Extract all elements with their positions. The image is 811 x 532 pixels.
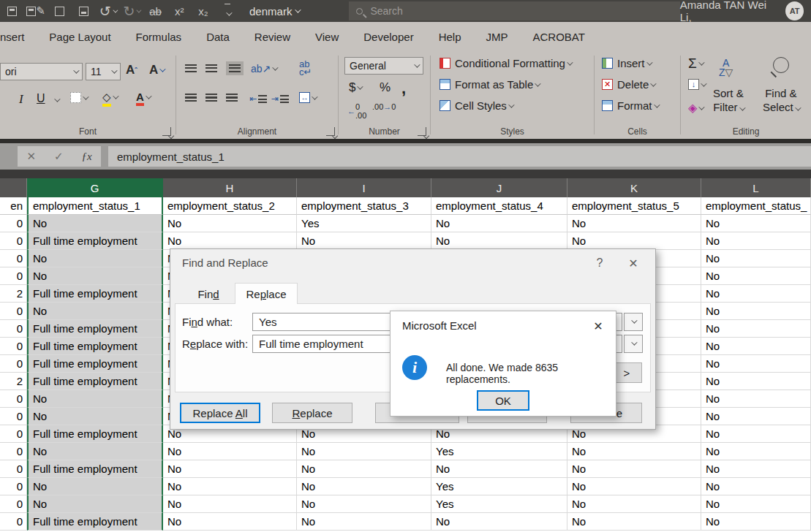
customize-qat-icon[interactable] xyxy=(215,0,239,22)
cell-styles-button[interactable]: Cell Styles xyxy=(440,99,513,112)
cell[interactable]: Full time employment xyxy=(27,355,163,373)
cell[interactable]: No xyxy=(27,215,163,232)
cell[interactable]: No xyxy=(701,215,811,232)
font-name-combo[interactable]: ori xyxy=(0,63,83,80)
ribbon-tab-nsert[interactable]: nsert xyxy=(0,22,37,51)
cell[interactable]: No xyxy=(701,338,811,355)
align-right-icon[interactable] xyxy=(226,94,238,102)
cell[interactable]: 0 xyxy=(0,320,27,338)
column-header-J[interactable]: J xyxy=(431,178,567,197)
cell[interactable]: No xyxy=(27,267,163,285)
cell[interactable]: No xyxy=(27,495,163,513)
message-box-close-icon[interactable]: ✕ xyxy=(589,317,607,335)
tab-replace[interactable]: Replace xyxy=(235,283,298,304)
cell[interactable]: No xyxy=(701,495,811,513)
cell[interactable]: No xyxy=(27,303,163,320)
cell[interactable]: 0 xyxy=(0,338,27,355)
center-icon[interactable] xyxy=(205,94,217,102)
fill-icon[interactable]: ↓ xyxy=(688,79,705,90)
ribbon-tab-acrobat[interactable]: ACROBAT xyxy=(520,22,597,51)
find-what-dropdown[interactable] xyxy=(624,313,643,331)
alignment-dialog-launcher[interactable] xyxy=(326,127,335,136)
find-select-button[interactable]: Find & Select xyxy=(763,86,799,114)
cell[interactable]: No xyxy=(701,355,811,373)
cell[interactable]: No xyxy=(163,513,297,531)
replace-all-button[interactable]: Replace All xyxy=(180,403,260,423)
ribbon-tab-data[interactable]: Data xyxy=(194,22,242,51)
insert-cells-button[interactable]: Insert xyxy=(602,57,651,69)
cell[interactable]: No xyxy=(163,232,297,250)
format-as-table-button[interactable]: Format as Table xyxy=(440,78,539,91)
sort-filter-button[interactable]: Sort & Filter xyxy=(713,86,744,114)
cell[interactable]: No xyxy=(701,513,811,531)
search-input[interactable]: Search xyxy=(349,1,679,20)
tab-find[interactable]: Find xyxy=(184,285,233,303)
italic-icon[interactable]: I xyxy=(19,92,23,107)
ribbon-tab-view[interactable]: View xyxy=(303,22,351,51)
cell[interactable]: No xyxy=(431,232,567,250)
font-color-icon[interactable]: A xyxy=(136,91,150,103)
cell[interactable]: No xyxy=(701,425,811,443)
cell[interactable]: No xyxy=(701,373,811,390)
increase-font-icon[interactable]: Aˆ xyxy=(126,63,137,77)
ribbon-tab-help[interactable]: Help xyxy=(426,22,474,51)
percent-icon[interactable]: % xyxy=(380,80,391,95)
cell[interactable]: employment_status_ xyxy=(701,197,811,215)
merge-center-icon[interactable]: ↔ xyxy=(299,92,316,103)
cell[interactable]: Full time employment xyxy=(27,373,163,390)
decrease-font-icon[interactable]: A xyxy=(149,63,164,77)
increase-decimal-icon[interactable]: ←0.00 xyxy=(347,102,366,120)
cell[interactable]: 0 xyxy=(0,513,27,531)
quick-print-icon[interactable] xyxy=(48,0,72,22)
cell[interactable]: employment_status_2 xyxy=(163,197,297,215)
cell[interactable]: No xyxy=(297,478,431,495)
cell[interactable]: No xyxy=(297,460,431,478)
cell[interactable]: No xyxy=(701,408,811,425)
borders-icon[interactable] xyxy=(70,92,87,103)
cell[interactable]: No xyxy=(163,478,297,495)
underline-dropdown-icon[interactable] xyxy=(54,96,60,102)
ribbon-tab-developer[interactable]: Developer xyxy=(351,22,426,51)
cell[interactable]: No xyxy=(567,443,701,460)
cell[interactable]: No xyxy=(27,250,163,267)
column-header-K[interactable]: K xyxy=(567,178,701,197)
cell[interactable]: Yes xyxy=(431,495,567,513)
cell[interactable]: 0 xyxy=(0,443,27,460)
cell[interactable]: No xyxy=(567,460,701,478)
cell[interactable]: No xyxy=(701,267,811,285)
replace-button[interactable]: Replace xyxy=(272,403,352,423)
cell[interactable]: No xyxy=(567,513,701,531)
cell[interactable]: 0 xyxy=(0,495,27,513)
column-header-L[interactable]: L xyxy=(701,178,811,197)
cell[interactable]: 0 xyxy=(0,478,27,495)
cell[interactable]: No xyxy=(567,495,701,513)
cell[interactable]: No xyxy=(163,460,297,478)
cell[interactable]: 0 xyxy=(0,425,27,443)
cell[interactable]: No xyxy=(701,250,811,267)
cell[interactable]: employment_status_5 xyxy=(567,197,701,215)
cell[interactable]: No xyxy=(27,478,163,495)
cell[interactable]: No xyxy=(163,215,297,232)
cell[interactable]: employment_status_4 xyxy=(431,197,567,215)
undo-icon[interactable]: ↺ xyxy=(96,0,120,22)
cell[interactable]: No xyxy=(567,478,701,495)
dialog-close-icon[interactable]: ✕ xyxy=(623,255,644,271)
cell[interactable]: No xyxy=(163,443,297,460)
cell[interactable]: No xyxy=(297,513,431,531)
cell[interactable]: Full time employment xyxy=(27,513,163,531)
cell[interactable]: 0 xyxy=(0,355,27,373)
comma-icon[interactable]: , xyxy=(401,79,406,98)
cell[interactable]: No xyxy=(701,303,811,320)
enter-icon[interactable]: ✓ xyxy=(54,150,64,163)
cell[interactable]: Full time employment xyxy=(27,460,163,478)
number-format-combo[interactable]: General xyxy=(344,57,423,75)
cell[interactable]: 0 xyxy=(0,215,27,232)
cell[interactable]: 0 xyxy=(0,390,27,408)
cancel-icon[interactable]: ✕ xyxy=(26,150,36,163)
autosum-icon[interactable]: Σ xyxy=(688,56,703,72)
font-size-combo[interactable]: 11 xyxy=(86,63,121,80)
ok-button[interactable]: OK xyxy=(477,390,529,411)
cell[interactable]: 0 xyxy=(0,303,27,320)
cell[interactable]: No xyxy=(431,215,567,232)
cell[interactable]: Full time employment xyxy=(27,425,163,443)
